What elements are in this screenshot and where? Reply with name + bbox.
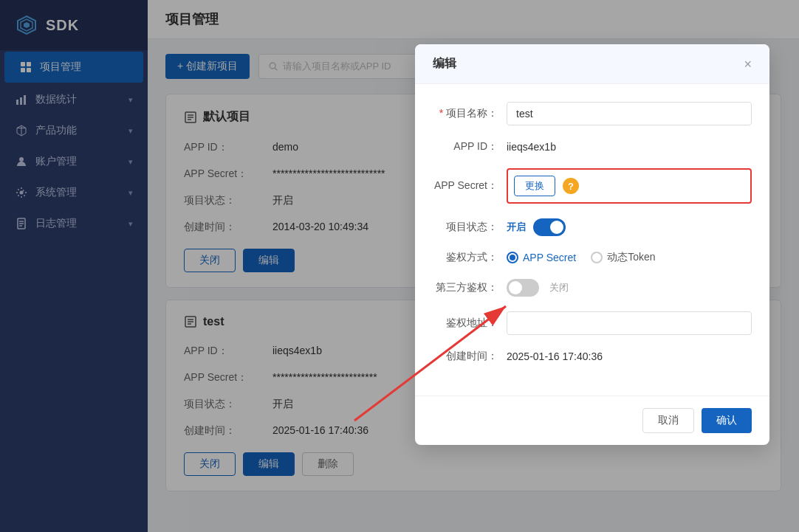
radio-app-secret[interactable]: APP Secret	[507, 252, 576, 263]
auth-radio-group: APP Secret 动态Token	[507, 251, 655, 264]
form-row-auth: 鉴权方式： APP Secret 动态Token	[433, 251, 752, 264]
modal-body: 项目名称： APP ID： iieqs4ex1b APP Secret： 更换 …	[415, 84, 769, 395]
status-toggle[interactable]	[533, 218, 566, 236]
created-value: 2025-01-16 17:40:36	[507, 350, 752, 362]
project-name-input[interactable]	[507, 102, 752, 125]
status-label: 项目状态：	[433, 221, 507, 234]
form-row-auth-url: 鉴权地址：	[433, 311, 752, 335]
confirm-button[interactable]: 确认	[702, 408, 752, 433]
modal-title: 编辑	[433, 56, 456, 72]
modal-header: 编辑 ×	[415, 44, 769, 84]
change-secret-button[interactable]: 更换	[514, 176, 555, 196]
form-row-app-id: APP ID： iieqs4ex1b	[433, 140, 752, 153]
toggle-row: 开启	[507, 218, 566, 236]
project-name-label: 项目名称：	[433, 107, 507, 120]
edit-modal: 编辑 × 项目名称： APP ID： iieqs4ex1b APP Secret…	[415, 44, 769, 445]
auth-url-input[interactable]	[507, 311, 752, 335]
secret-row: 更换 ?	[507, 168, 752, 204]
help-icon[interactable]: ?	[563, 178, 579, 194]
app-secret-label: APP Secret：	[433, 179, 507, 193]
auth-url-label: 鉴权地址：	[433, 317, 507, 330]
app-id-value: iieqs4ex1b	[507, 141, 752, 153]
app-id-label: APP ID：	[433, 140, 507, 153]
radio-label: APP Secret	[523, 252, 576, 263]
created-label: 创建时间：	[433, 350, 507, 363]
third-party-status: 关闭	[549, 281, 569, 294]
radio-dot-icon	[507, 252, 518, 263]
radio-dot-icon	[591, 252, 603, 263]
third-party-toggle[interactable]	[507, 279, 539, 297]
form-row-third-party: 第三方鉴权： 关闭	[433, 279, 752, 297]
form-row-created: 创建时间： 2025-01-16 17:40:36	[433, 350, 752, 363]
close-icon[interactable]: ×	[744, 58, 752, 71]
modal-footer: 取消 确认	[415, 395, 769, 445]
form-row-status: 项目状态： 开启	[433, 218, 752, 236]
toggle-on-label: 开启	[507, 221, 526, 234]
modal-overlay: 编辑 × 项目名称： APP ID： iieqs4ex1b APP Secret…	[0, 0, 799, 532]
third-party-label: 第三方鉴权：	[433, 281, 507, 294]
cancel-button[interactable]: 取消	[642, 408, 694, 433]
radio-dynamic-token[interactable]: 动态Token	[591, 251, 655, 264]
radio-label: 动态Token	[607, 251, 655, 264]
form-row-project-name: 项目名称：	[433, 102, 752, 125]
form-row-app-secret: APP Secret： 更换 ?	[433, 168, 752, 204]
auth-label: 鉴权方式：	[433, 251, 507, 264]
